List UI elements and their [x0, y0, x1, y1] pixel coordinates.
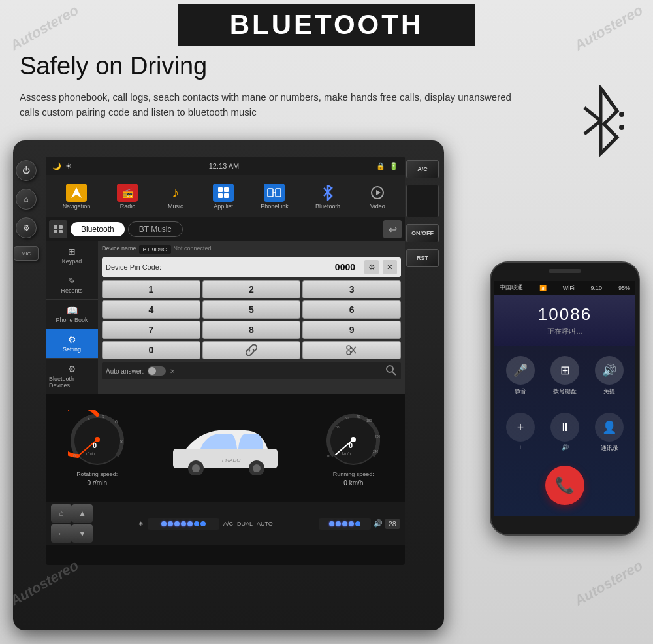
nav-bluetooth-label: Bluetooth: [315, 203, 340, 210]
add-call-button[interactable]: +: [506, 413, 535, 442]
nav-video-label: Video: [370, 203, 385, 210]
svg-point-24: [347, 351, 351, 355]
caller-number: 10086: [501, 304, 629, 325]
gauges-area: 0 4 5 6 8 0 r/min Rotating speed: 0 r/mi…: [46, 394, 405, 502]
setting-icon: ⚙: [68, 334, 76, 345]
toggle-knob: [148, 367, 156, 375]
climate-bar: [148, 518, 219, 530]
back-nav-button[interactable]: ←: [51, 524, 72, 543]
nav-music-label: Music: [168, 203, 183, 210]
phone-add[interactable]: + +: [501, 413, 540, 453]
key-8[interactable]: 8: [202, 321, 301, 339]
key-1[interactable]: 1: [102, 280, 200, 298]
pin-delete-icon[interactable]: ✕: [383, 260, 397, 274]
search-icon[interactable]: [385, 364, 397, 378]
key-scissors[interactable]: [302, 341, 401, 359]
phone-carrier: 中国联通: [500, 283, 523, 292]
volume-area: 🔊 28: [319, 518, 400, 530]
rst-button[interactable]: RST: [406, 249, 439, 267]
volume-icon: 🔊: [374, 519, 383, 528]
lock-icon: 🔒: [376, 162, 385, 170]
svg-rect-9: [224, 187, 229, 192]
svg-point-5: [619, 112, 624, 117]
phone-screen: 中国联通 📶 WiFi 9:10 95% 10086 正在呼叫... 🎤 静音 …: [494, 281, 635, 516]
home-nav-button[interactable]: ⌂: [51, 504, 72, 523]
ac-button[interactable]: A/C: [406, 160, 439, 178]
onoff-button[interactable]: ON/OFF: [406, 224, 439, 242]
nav-phonelink-icon: [264, 184, 285, 202]
device-name-value: BT-9D9C: [139, 245, 171, 254]
vol-up-button[interactable]: ▲: [72, 504, 93, 523]
dialpad-button[interactable]: ⊞: [550, 356, 579, 385]
key-9[interactable]: 9: [302, 321, 401, 339]
nav-music[interactable]: ♪ Music: [165, 184, 186, 210]
key-6[interactable]: 6: [302, 300, 401, 319]
sidebar-recents[interactable]: ✎ Recents: [46, 270, 98, 300]
menu-icon[interactable]: [49, 220, 67, 238]
hold-label: 🔊: [562, 444, 569, 451]
nav-video[interactable]: Video: [367, 184, 388, 210]
phone-mute[interactable]: 🎤 静音: [501, 356, 540, 396]
key-3[interactable]: 3: [302, 280, 401, 298]
key-4[interactable]: 4: [102, 300, 200, 319]
sidebar-keypad[interactable]: ⊞ Keypad: [46, 241, 98, 270]
key-2[interactable]: 2: [202, 280, 301, 298]
svg-text:80: 80: [336, 425, 340, 429]
phone-hold[interactable]: ⏸ 🔊: [545, 413, 584, 453]
nav-bluetooth[interactable]: Bluetooth: [315, 184, 340, 210]
nav-phonelink[interactable]: PhoneLink: [261, 184, 289, 210]
contacts-button[interactable]: 👤: [595, 413, 624, 442]
nav-radio[interactable]: 📻 Radio: [117, 184, 138, 210]
svg-text:6: 6: [115, 419, 118, 424]
page-title: BLUETOOTH: [230, 9, 424, 40]
volume-bar: [319, 518, 371, 530]
bt-sidebar: ⊞ Keypad ✎ Recents 📖 Phone Book ⚙ Settin…: [46, 241, 98, 394]
ac-label: A/C: [223, 521, 233, 527]
nav-navigation[interactable]: Navigation: [63, 184, 91, 210]
sidebar-phonebook[interactable]: 📖 Phone Book: [46, 300, 98, 329]
status-bar: 🌙 ☀ 12:13 AM 🔒 🔋: [46, 157, 405, 175]
key-7[interactable]: 7: [102, 321, 200, 339]
pin-settings-icon[interactable]: ⚙: [364, 260, 379, 274]
phone-signal-icon: 📶: [539, 285, 547, 291]
rotating-speed-gauge: 0 4 5 6 8 0 r/min Rotating speed: 0 r/mi…: [68, 410, 127, 487]
tab-bluetooth[interactable]: Bluetooth: [71, 222, 125, 236]
phone-wifi-icon: WiFi: [563, 285, 575, 291]
nav-radio-label: Radio: [120, 203, 136, 210]
phone-contacts[interactable]: 👤 通讯录: [590, 413, 629, 453]
auto-answer-toggle[interactable]: [148, 366, 166, 376]
sidebar-bt-devices[interactable]: ⚙ Bluetooth Devices: [46, 359, 98, 394]
phonebook-icon: 📖: [67, 305, 78, 315]
speaker-button[interactable]: 🔊: [595, 356, 624, 385]
toggle-x-icon: ✕: [170, 368, 175, 375]
pin-label: Device Pin Code:: [106, 263, 161, 271]
key-5[interactable]: 5: [202, 300, 301, 319]
end-call-button[interactable]: 📞: [545, 466, 584, 505]
keypad: 1 2 3 4 5 6 7 8 9 0: [102, 280, 401, 359]
contacts-label: 通讯录: [601, 444, 618, 453]
phone-speaker[interactable]: 🔊 免提: [590, 356, 629, 396]
caller-area: 10086 正在呼叫...: [494, 295, 635, 346]
key-link[interactable]: [202, 341, 301, 359]
nav-bar: Navigation 📻 Radio ♪ Music: [46, 175, 405, 217]
volume-buttons: ▲ ▼: [72, 504, 93, 543]
svg-rect-20: [59, 225, 63, 229]
back-button[interactable]: ↩: [383, 220, 402, 238]
svg-rect-8: [218, 187, 223, 192]
nav-applist[interactable]: App list: [213, 184, 234, 210]
tab-bt-music[interactable]: BT Music: [128, 221, 183, 237]
phone-dialpad[interactable]: ⊞ 拨号键盘: [545, 356, 584, 396]
mute-button[interactable]: 🎤: [506, 356, 535, 385]
home-button[interactable]: ⌂: [16, 189, 37, 210]
svg-rect-19: [54, 225, 57, 229]
sidebar-setting[interactable]: ⚙ Setting: [46, 329, 98, 359]
svg-line-4: [584, 121, 601, 134]
settings-button[interactable]: ⚙: [16, 217, 37, 238]
svg-point-6: [619, 125, 624, 130]
vol-down-button[interactable]: ▼: [72, 524, 93, 543]
clock: 12:13 AM: [209, 162, 239, 170]
hold-button[interactable]: ⏸: [550, 413, 579, 442]
key-0[interactable]: 0: [102, 341, 200, 359]
power-button[interactable]: ⏻: [16, 160, 37, 181]
dual-label: DUAL: [237, 521, 253, 527]
